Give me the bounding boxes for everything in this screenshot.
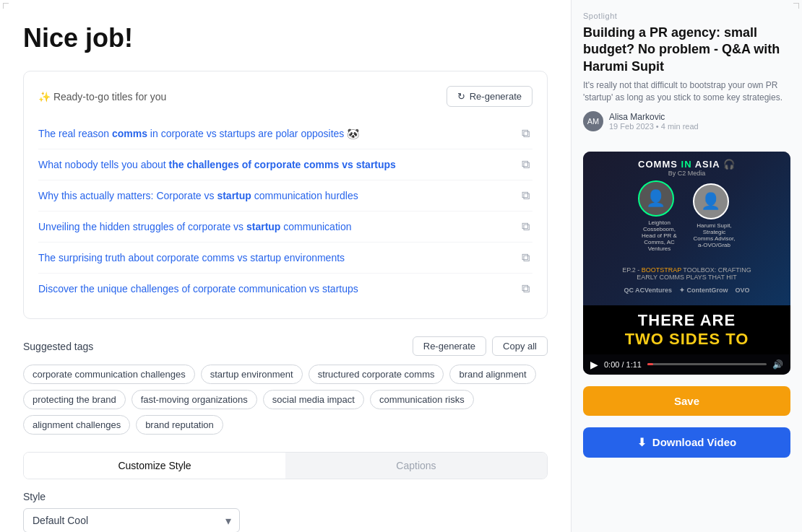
speaker-2-icon: 👤 bbox=[701, 192, 720, 211]
title-item-2: What nobody tells you about the challeng… bbox=[38, 149, 532, 180]
title-text-2: What nobody tells you about the challeng… bbox=[38, 157, 519, 173]
video-overlay-text: THERE ARE TWO SIDES TO bbox=[583, 305, 790, 354]
video-controls[interactable]: ▶ 0:00 / 1:11 🔊 bbox=[583, 354, 790, 375]
brand-logos: QC ACVentures ✦ ContentGrow OVO bbox=[624, 287, 749, 294]
tags-actions: Re-generate Copy all bbox=[413, 336, 548, 356]
copy-button-4[interactable]: ⧉ bbox=[519, 217, 532, 236]
tag-fast-moving[interactable]: fast-moving organizations bbox=[131, 390, 257, 409]
download-button[interactable]: ⬇ Download Video bbox=[583, 427, 790, 458]
title-item-5: The surprising truth about corporate com… bbox=[38, 243, 532, 274]
titles-header: ✨ Ready-to-go titles for you ↻ Re-genera… bbox=[38, 86, 532, 107]
speaker-1-name: Leighton Cosseboom, Head of PR & Comms, … bbox=[638, 219, 681, 252]
title-item-4: Unveiling the hidden struggles of corpor… bbox=[38, 212, 532, 243]
titles-label: ✨ Ready-to-go titles for you bbox=[38, 91, 166, 103]
right-panel: Spotlight Building a PR agency: small bu… bbox=[571, 0, 802, 532]
tag-social-media[interactable]: social media impact bbox=[263, 390, 364, 409]
style-label: Style bbox=[23, 491, 548, 502]
copy-button-5[interactable]: ⧉ bbox=[519, 248, 532, 267]
big-text-line1: THERE ARE bbox=[592, 311, 782, 330]
tag-structured-corporate[interactable]: structured corporate comms bbox=[309, 365, 444, 384]
suggested-tags-title: Suggested tags bbox=[23, 341, 93, 352]
copy-button-6[interactable]: ⧉ bbox=[519, 279, 532, 298]
tags-header: Suggested tags Re-generate Copy all bbox=[23, 336, 548, 356]
spotlight-section: Spotlight Building a PR agency: small bu… bbox=[583, 12, 790, 140]
titles-card: ✨ Ready-to-go titles for you ↻ Re-genera… bbox=[23, 71, 548, 319]
speaker-1-icon: 👤 bbox=[646, 189, 665, 208]
regenerate-titles-button[interactable]: ↻ Re-generate bbox=[447, 86, 532, 107]
title-text-4: Unveiling the hidden struggles of corpor… bbox=[38, 219, 519, 235]
title-item-1: The real reason comms in corporate vs st… bbox=[38, 118, 532, 149]
tag-communication-risks[interactable]: communication risks bbox=[370, 390, 474, 409]
author-meta: 19 Feb 2023 • 4 min read bbox=[609, 122, 699, 131]
copy-button-3[interactable]: ⧉ bbox=[519, 186, 532, 205]
corner-marker-tl bbox=[3, 3, 9, 9]
volume-icon[interactable]: 🔊 bbox=[772, 359, 783, 370]
ep-info: EP.2 - BOOTSTRAP TOOLBOX: CRAFTINGEARLY … bbox=[622, 261, 751, 281]
corner-marker-tr bbox=[793, 3, 799, 9]
speaker-2-bubble: 👤 bbox=[693, 183, 729, 219]
ac-ventures-logo: QC ACVentures bbox=[624, 287, 672, 294]
refresh-icon: ↻ bbox=[457, 91, 465, 102]
speakers-row: 👤 Leighton Cosseboom, Head of PR & Comms… bbox=[638, 180, 736, 252]
tab-customize-style[interactable]: Customize Style bbox=[24, 453, 285, 479]
ep-label: EP.2 - BOOTSTRAP TOOLBOX: CRAFTINGEARLY … bbox=[622, 266, 751, 281]
tag-alignment-challenges[interactable]: alignment challenges bbox=[23, 415, 130, 435]
video-brand: COMMS IN ASIA 🎧 By C2 Media bbox=[583, 159, 790, 177]
big-text-line2: TWO SIDES TO bbox=[592, 330, 782, 349]
title-text-3: Why this actually matters: Corporate vs … bbox=[38, 188, 519, 204]
tag-corporate-communication[interactable]: corporate communication challenges bbox=[23, 365, 195, 384]
tag-brand-reputation[interactable]: brand reputation bbox=[136, 415, 223, 435]
contentgrow-logo: ✦ ContentGrow bbox=[679, 287, 728, 294]
spotlight-label: Spotlight bbox=[583, 12, 790, 20]
copy-button-1[interactable]: ⧉ bbox=[519, 124, 532, 143]
tag-startup-environment[interactable]: startup environment bbox=[201, 365, 303, 384]
ovo-logo: OVO bbox=[736, 287, 750, 294]
regenerate-tags-button[interactable]: Re-generate bbox=[413, 336, 486, 356]
main-panel: Nice job! ✨ Ready-to-go titles for you ↻… bbox=[0, 0, 571, 532]
spotlight-title: Building a PR agency: small budget? No p… bbox=[583, 25, 790, 75]
tag-protecting-brand[interactable]: protecting the brand bbox=[23, 390, 126, 409]
title-text-6: Discover the unique challenges of corpor… bbox=[38, 282, 519, 297]
save-button[interactable]: Save bbox=[583, 386, 790, 416]
progress-bar[interactable] bbox=[647, 363, 767, 365]
avatar: AM bbox=[583, 111, 603, 131]
tab-captions[interactable]: Captions bbox=[285, 453, 547, 479]
page-title: Nice job! bbox=[23, 23, 548, 53]
download-icon: ⬇ bbox=[637, 436, 647, 449]
title-item-6: Discover the unique challenges of corpor… bbox=[38, 274, 532, 304]
speaker-2-name: Harumi Supit, Strategic Comms Advisor, a… bbox=[693, 222, 736, 248]
download-label: Download Video bbox=[652, 436, 736, 448]
titles-list: The real reason comms in corporate vs st… bbox=[38, 118, 532, 304]
tab-section: Customize Style Captions bbox=[23, 452, 548, 479]
video-thumbnail: COMMS IN ASIA 🎧 By C2 Media 👤 Leighton C… bbox=[583, 152, 790, 305]
copy-all-tags-button[interactable]: Copy all bbox=[492, 336, 548, 356]
author-row: AM Alisa Markovic 19 Feb 2023 • 4 min re… bbox=[583, 111, 790, 131]
comms-brand-title: COMMS IN ASIA 🎧 bbox=[583, 159, 790, 170]
regenerate-titles-label: Re-generate bbox=[470, 91, 522, 102]
author-details: Alisa Markovic 19 Feb 2023 • 4 min read bbox=[609, 112, 699, 131]
style-select-wrapper: Default Cool Bold Minimal Professional bbox=[23, 508, 240, 532]
tag-brand-alignment[interactable]: brand alignment bbox=[449, 365, 535, 384]
video-time: 0:00 / 1:11 bbox=[604, 360, 642, 369]
copy-button-2[interactable]: ⧉ bbox=[519, 155, 532, 174]
title-text-1: The real reason comms in corporate vs st… bbox=[38, 126, 519, 141]
spotlight-description: It's really not that difficult to bootst… bbox=[583, 79, 790, 104]
play-icon[interactable]: ▶ bbox=[590, 359, 598, 370]
title-item-3: Why this actually matters: Corporate vs … bbox=[38, 180, 532, 212]
style-select[interactable]: Default Cool Bold Minimal Professional bbox=[23, 508, 240, 532]
tab-bar: Customize Style Captions bbox=[23, 452, 548, 479]
tags-container: corporate communication challenges start… bbox=[23, 365, 548, 435]
title-text-5: The surprising truth about corporate com… bbox=[38, 250, 519, 266]
speaker-1-bubble: 👤 bbox=[638, 180, 674, 217]
progress-fill bbox=[647, 363, 653, 365]
tags-section: Suggested tags Re-generate Copy all corp… bbox=[23, 336, 548, 435]
video-card[interactable]: COMMS IN ASIA 🎧 By C2 Media 👤 Leighton C… bbox=[583, 152, 790, 375]
style-section: Style Default Cool Bold Minimal Professi… bbox=[23, 491, 548, 532]
author-name: Alisa Markovic bbox=[609, 112, 699, 122]
c2-label: By C2 Media bbox=[583, 170, 790, 177]
